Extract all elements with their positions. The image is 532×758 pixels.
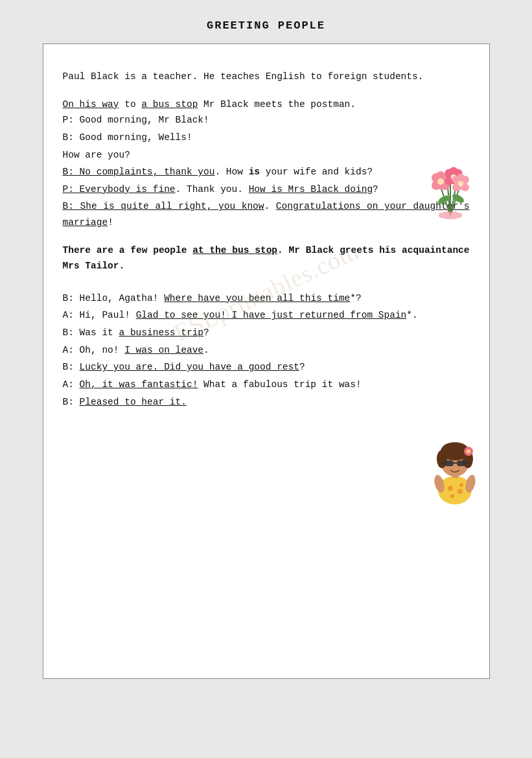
dialogue-b2: B: No complaints, thank you. How is your… (63, 164, 470, 180)
dialogue-a1: A: Hi, Paul! Glad to see you! I have jus… (63, 307, 470, 324)
dialogue-b6: B: Lucky you are. Did you have a good re… (63, 359, 470, 375)
svg-point-30 (458, 181, 463, 186)
dialogue-b3: B: She is quite all right, you know. Con… (63, 198, 470, 230)
intro-paragraph: Paul Black is a teacher. He teaches Engl… (63, 69, 470, 85)
dialogue-a3: A: Oh, it was fantastic! What a fabulous… (63, 377, 470, 393)
person-illustration (428, 433, 483, 504)
svg-rect-32 (439, 213, 462, 218)
flowers-illustration (418, 148, 483, 219)
dialogue-how: How are you? (63, 147, 470, 163)
svg-point-44 (467, 449, 470, 453)
svg-point-21 (449, 167, 457, 176)
svg-point-36 (450, 494, 454, 498)
svg-point-34 (448, 486, 453, 491)
page-title: GREETING PEOPLE (207, 19, 325, 32)
dialogue-a2: A: Oh, no! I was on leave. (63, 342, 470, 359)
dialogue-p1: P: Good morning, Mr Black! (63, 112, 470, 128)
dialogue-b5: B: Was it a business trip? (63, 325, 470, 341)
svg-rect-45 (445, 460, 454, 466)
svg-point-14 (437, 178, 444, 185)
narrative-tailor: There are a few people at the bus stop. … (63, 245, 470, 272)
svg-point-29 (457, 174, 465, 182)
svg-point-35 (457, 489, 463, 494)
dialogue-b4: B: Hello, Agatha! Where have you been al… (63, 290, 470, 307)
dialogue-b1: B: Good morning, Wells! (63, 130, 470, 146)
dialogue-p2: P: Everybody is fine. Thank you. How is … (63, 182, 470, 198)
intro-text: Paul Black is a teacher. He teaches Engl… (63, 71, 424, 82)
svg-rect-46 (457, 460, 466, 466)
content-box: ESLprintables.com (43, 43, 490, 679)
bus-stop-section: There are a few people at the bus stop. … (63, 243, 470, 410)
meeting-postman-section: On his way to a bus stop Mr Black meets … (63, 97, 470, 231)
svg-point-37 (459, 483, 463, 487)
dialogue-b7: B: Pleased to hear it. (63, 394, 470, 410)
narrative-bus-stop: On his way to a bus stop Mr Black meets … (63, 99, 356, 110)
